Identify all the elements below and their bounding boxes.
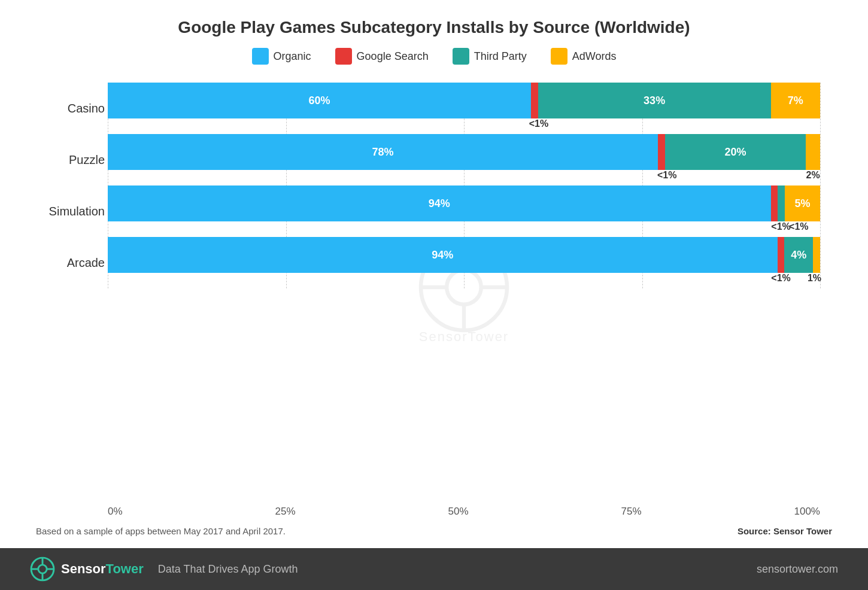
legend-color bbox=[335, 48, 352, 65]
bar-row-arcade: Arcade94%4%<1%1% bbox=[108, 237, 820, 288]
chart-area: SensorTower Casino60%33%7%<1%Puzzle78%20… bbox=[36, 83, 832, 518]
grid-line bbox=[820, 83, 821, 288]
x-axis-label: 50% bbox=[448, 506, 469, 518]
bar-segment-organic: 78% bbox=[108, 134, 658, 170]
logo-name-highlight: Tower bbox=[106, 561, 144, 576]
source-text: Source: Sensor Tower bbox=[738, 526, 832, 536]
bar-segment-adwords bbox=[806, 134, 820, 170]
x-axis-label: 75% bbox=[621, 506, 642, 518]
x-axis-label: 100% bbox=[794, 506, 820, 518]
bottom-bar: SensorTower Data That Drives App Growth … bbox=[0, 548, 868, 590]
x-axis-label: 0% bbox=[108, 506, 123, 518]
legend-color bbox=[551, 48, 567, 65]
bar-category-label: Puzzle bbox=[39, 153, 105, 167]
bar-segment-organic: 94% bbox=[108, 185, 771, 221]
x-axis-label: 25% bbox=[275, 506, 296, 518]
bar-row-casino: Casino60%33%7%<1% bbox=[108, 83, 820, 134]
bar-segment-google_search bbox=[778, 237, 785, 273]
legend-label: Google Search bbox=[357, 50, 429, 63]
logo-icon bbox=[30, 556, 55, 582]
below-bar-label: <1% bbox=[771, 273, 790, 284]
bar-segment-third_party bbox=[778, 185, 785, 221]
bar-segment-google_search bbox=[771, 185, 778, 221]
bars-container: Casino60%33%7%<1%Puzzle78%20%<1%2%Simula… bbox=[108, 83, 820, 288]
below-bar-label: 1% bbox=[808, 273, 821, 284]
bar-category-label: Arcade bbox=[39, 256, 105, 270]
bar-segment-third_party: 33% bbox=[538, 83, 771, 118]
bar-row-puzzle: Puzzle78%20%<1%2% bbox=[108, 134, 820, 185]
x-axis: 0%25%50%75%100% bbox=[108, 506, 820, 518]
legend-color bbox=[252, 48, 269, 65]
bar-segment-adwords bbox=[813, 237, 820, 273]
bar-segment-adwords: 5% bbox=[785, 185, 820, 221]
bar-segment-third_party: 4% bbox=[784, 237, 813, 273]
legend-item-organic: Organic bbox=[252, 48, 311, 65]
footer-note: Based on a sample of apps between May 20… bbox=[36, 526, 832, 536]
below-bar-label: <1% bbox=[771, 221, 790, 232]
legend-label: Third Party bbox=[474, 50, 527, 63]
legend-label: Organic bbox=[274, 50, 311, 63]
bottom-bar-left: SensorTower Data That Drives App Growth bbox=[30, 556, 298, 582]
legend-item-google-search: Google Search bbox=[335, 48, 429, 65]
logo-name: SensorTower bbox=[61, 561, 144, 577]
bar-segment-google_search bbox=[658, 134, 665, 170]
sensor-tower-logo: SensorTower bbox=[30, 556, 144, 582]
below-bar-label: <1% bbox=[529, 118, 548, 129]
bar-segment-google_search bbox=[531, 83, 538, 118]
legend-color bbox=[453, 48, 469, 65]
website: sensortower.com bbox=[757, 563, 838, 576]
bar-segment-adwords: 7% bbox=[771, 83, 820, 118]
legend-item-adwords: AdWords bbox=[551, 48, 617, 65]
footer-note-text: Based on a sample of apps between May 20… bbox=[36, 526, 286, 536]
bar-row-simulation: Simulation94%5%<1%<1% bbox=[108, 185, 820, 237]
bar-category-label: Casino bbox=[39, 102, 105, 115]
legend-label: AdWords bbox=[572, 50, 617, 63]
bar-category-label: Simulation bbox=[39, 205, 105, 218]
below-bar-label: 2% bbox=[806, 170, 820, 181]
bar-segment-third_party: 20% bbox=[665, 134, 806, 170]
below-bar-label: <1% bbox=[789, 221, 808, 232]
bar-segment-organic: 60% bbox=[108, 83, 531, 118]
legend: Organic Google Search Third Party AdWord… bbox=[36, 48, 832, 65]
below-bar-label: <1% bbox=[657, 170, 676, 181]
chart-title: Google Play Games Subcategory Installs b… bbox=[36, 18, 832, 37]
legend-item-third-party: Third Party bbox=[453, 48, 527, 65]
svg-point-7 bbox=[38, 565, 47, 573]
bar-segment-organic: 94% bbox=[108, 237, 778, 273]
tagline: Data That Drives App Growth bbox=[158, 563, 298, 576]
